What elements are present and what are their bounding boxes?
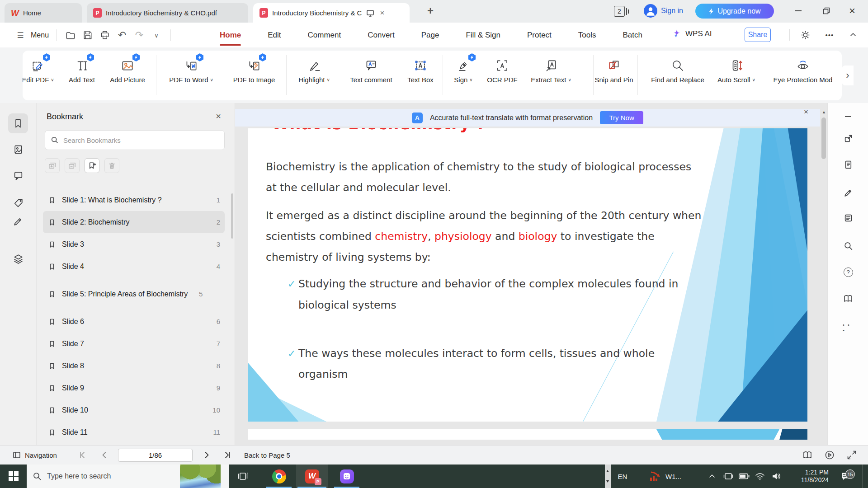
menu-tab-page[interactable]: Page <box>420 29 440 42</box>
screen-share-icon[interactable] <box>366 9 375 18</box>
next-page-button[interactable] <box>202 446 211 465</box>
start-button[interactable] <box>0 465 27 488</box>
read-mode-book-icon[interactable] <box>843 293 854 304</box>
notes-list-icon[interactable] <box>843 212 854 223</box>
bookmark-item-slide-5[interactable]: Slide 5: Principle Areas of Biochemistry… <box>43 277 225 310</box>
new-tab-button[interactable]: + <box>427 5 434 16</box>
scroll-up-icon[interactable] <box>606 470 609 472</box>
show-hidden-icons-chevron[interactable] <box>705 465 719 488</box>
menu-tab-home[interactable]: Home <box>219 29 242 42</box>
sidebar-thumbnails-icon[interactable] <box>8 139 28 159</box>
collapse-all-button[interactable] <box>65 158 80 173</box>
task-view-button[interactable] <box>229 465 257 488</box>
tray-ticker[interactable]: W1... <box>665 465 691 488</box>
bookmark-item-slide-11[interactable]: Slide 1111 <box>43 421 225 443</box>
restore-button[interactable] <box>822 6 831 15</box>
last-page-button[interactable] <box>223 446 232 465</box>
tab-close-icon[interactable]: × <box>379 9 385 18</box>
page-number-input[interactable] <box>118 449 193 462</box>
sidebar-signature-icon[interactable] <box>8 210 28 230</box>
menu-tab-batch[interactable]: Batch <box>622 29 643 42</box>
extract-text-button[interactable]: Extract Text∨ <box>517 56 585 84</box>
taskbar-clock[interactable]: 1:21 PM 11/8/2024 <box>789 465 829 488</box>
taskbar-chat-button[interactable] <box>333 465 361 488</box>
taskbar-wps-button[interactable]: WP <box>296 465 328 488</box>
menu-tab-convert[interactable]: Convert <box>367 29 396 42</box>
delete-bookmark-button[interactable] <box>104 158 119 173</box>
expand-all-button[interactable] <box>45 158 60 173</box>
tab-document-1[interactable]: P Introductory Biochemistry & CHO.pdf <box>87 3 248 23</box>
language-indicator[interactable]: EN <box>615 465 630 488</box>
open-folder-icon[interactable] <box>64 29 77 42</box>
back-to-page-button[interactable]: Back to Page 5 <box>244 446 290 465</box>
bookmark-item-slide-10[interactable]: Slide 1010 <box>43 399 225 421</box>
banner-close-icon[interactable]: × <box>804 108 808 117</box>
collapse-rail-icon[interactable] <box>843 111 854 122</box>
tablet-mode-icon[interactable] <box>722 465 735 488</box>
sidebar-comments-icon[interactable] <box>8 165 28 185</box>
annotate-pen-icon[interactable] <box>843 186 854 197</box>
print-icon[interactable] <box>98 29 112 42</box>
navigation-toggle[interactable]: Navigation <box>12 446 57 465</box>
bookmark-item-slide-3[interactable]: Slide 33 <box>43 233 225 255</box>
sign-in-button[interactable]: Sign in <box>644 4 683 18</box>
close-window-button[interactable]: × <box>849 6 855 15</box>
save-icon[interactable] <box>81 29 94 42</box>
add-picture-button[interactable]: Add Picture <box>94 56 161 84</box>
menu-tab-edit[interactable]: Edit <box>267 29 282 42</box>
search-highlight-image[interactable] <box>180 465 221 488</box>
more-options-icon[interactable]: ••• <box>823 28 836 41</box>
taskbar-chrome-button[interactable] <box>265 465 293 488</box>
menu-tab-protect[interactable]: Protect <box>526 29 552 42</box>
bookmark-item-slide-1[interactable]: Slide 1: What is Biochemistry ?1 <box>43 189 225 211</box>
add-bookmark-button[interactable] <box>85 158 99 173</box>
menu-tab-tools[interactable]: Tools <box>577 29 597 42</box>
undo-icon[interactable]: ↶ <box>115 29 129 42</box>
menu-tab-comment[interactable]: Comment <box>307 29 342 42</box>
export-doc-icon[interactable] <box>843 159 854 170</box>
scroll-down-icon[interactable] <box>606 480 609 483</box>
presentation-play-button[interactable] <box>825 446 835 465</box>
share-button[interactable]: Share <box>745 28 771 42</box>
bookmark-item-slide-7[interactable]: Slide 77 <box>43 333 225 355</box>
hamburger-menu-icon[interactable]: ☰ <box>14 29 27 42</box>
previous-page-button[interactable] <box>100 446 109 465</box>
try-now-button[interactable]: Try Now <box>600 111 643 124</box>
quick-access-dropdown-icon[interactable]: ∨ <box>150 29 163 42</box>
bookmark-item-slide-6[interactable]: Slide 66 <box>43 310 225 333</box>
minimize-button[interactable] <box>795 6 802 11</box>
battery-icon[interactable] <box>737 465 751 488</box>
bookmark-search-box[interactable] <box>45 130 225 150</box>
sidebar-layers-icon[interactable] <box>8 249 28 268</box>
pdf-to-image-button[interactable]: PDF to Image <box>220 56 288 84</box>
bookmark-scrollbar-thumb[interactable] <box>231 193 233 239</box>
notification-center-button[interactable]: 15 <box>835 465 855 488</box>
find-and-replace-button[interactable]: Find and Replace <box>644 56 712 84</box>
more-icon[interactable]: • • • <box>843 322 854 333</box>
menu-tab-fill-sign[interactable]: Fill & Sign <box>465 29 501 42</box>
read-mode-button[interactable] <box>802 446 812 465</box>
menu-label[interactable]: Menu <box>31 31 49 39</box>
redo-icon[interactable]: ↷ <box>132 29 146 42</box>
bookmark-search-input[interactable] <box>63 136 219 144</box>
fullscreen-button[interactable] <box>847 446 857 465</box>
volume-icon[interactable] <box>769 465 784 488</box>
pdf-to-word-button[interactable]: PDF to Word∨ <box>157 56 225 84</box>
settings-gear-icon[interactable] <box>798 28 812 41</box>
pdf-page-2-top[interactable] <box>248 429 807 440</box>
popout-icon[interactable] <box>843 133 854 144</box>
tray-chart-app-icon[interactable] <box>646 465 664 488</box>
pdf-page[interactable]: What is Biochemistry ? Biochemistry is t… <box>248 128 807 422</box>
upgrade-now-button[interactable]: Upgrade now <box>695 4 774 19</box>
show-desktop-divider[interactable] <box>863 465 863 488</box>
document-scrollbar[interactable]: ▲ <box>820 108 827 445</box>
bookmark-item-slide-4[interactable]: Slide 44 <box>43 255 225 277</box>
toolbar-expand-chevron[interactable]: › <box>842 66 854 85</box>
bookmark-panel-close-icon[interactable]: × <box>216 111 221 122</box>
search-icon[interactable] <box>843 240 854 251</box>
tab-home[interactable]: W Home <box>5 3 82 23</box>
taskbar-toolbar-scroll[interactable] <box>605 465 611 488</box>
wifi-icon[interactable] <box>753 465 767 488</box>
scrollbar-thumb[interactable] <box>821 117 826 159</box>
tab-document-2-active[interactable]: P Introductory Biochemistry & C × <box>253 3 410 23</box>
